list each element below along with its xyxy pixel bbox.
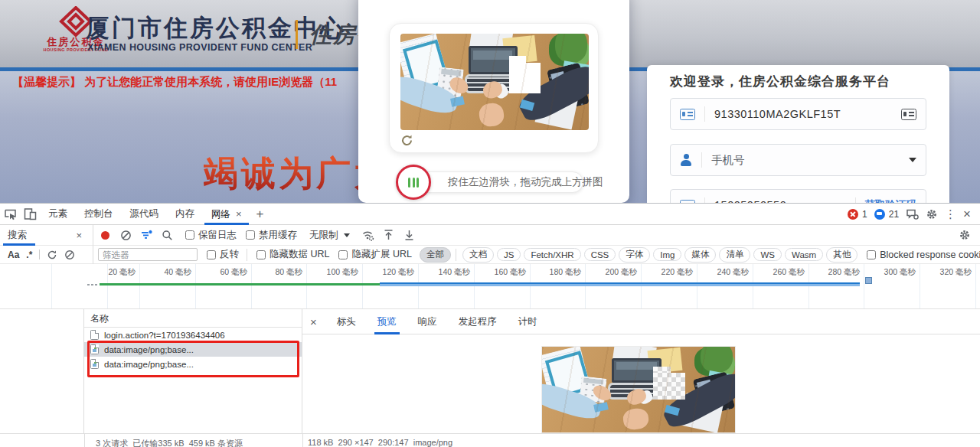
device-toolbar-icon[interactable] [20,205,40,224]
throttling-select[interactable]: 无限制 [309,229,350,242]
network-settings-gear-icon[interactable] [959,229,980,241]
account-type-select[interactable]: 手机号 [670,144,926,176]
inspect-element-icon[interactable] [0,205,20,224]
refresh-captcha-icon[interactable] [400,134,413,147]
search-network-icon[interactable] [158,226,176,244]
tab-initiator[interactable]: 发起程序 [448,309,508,334]
filter-input[interactable] [98,248,198,261]
site-title-en: XIAMEN HOUSING PROVIDENT FUND CENTER [87,42,312,53]
filter-pill-img[interactable]: Img [653,248,681,261]
clear-network-log-icon[interactable] [116,226,135,244]
filter-pill-xhr[interactable]: Fetch/XHR [524,248,580,261]
card-reader-icon[interactable] [901,109,916,120]
message-count-icon[interactable] [874,209,885,220]
clear-search-icon[interactable] [64,250,75,260]
tab-search[interactable]: 搜索 × [0,225,93,246]
checkbox-icon[interactable] [338,250,348,259]
hide-extension-urls-checkbox[interactable]: 隐藏扩展 URL [338,248,411,261]
match-case-button[interactable]: Aa [8,250,19,260]
checkbox-icon[interactable] [207,250,216,259]
filter-pill-font[interactable]: 字体 [619,247,650,263]
error-count-icon[interactable] [848,209,858,220]
import-har-icon[interactable] [400,226,419,244]
preview-pane: × 标头 预览 响应 发起程序 计时 [302,309,980,433]
network-timeline-overview[interactable]: 20 毫秒 40 毫秒 60 毫秒 80 毫秒 100 毫秒 120 毫秒 14… [0,264,980,309]
document-file-icon [90,330,99,340]
request-detail-tabs: × 标头 预览 响应 发起程序 计时 [302,309,980,334]
tab-sources[interactable]: 源代码 [122,204,168,225]
invert-checkbox[interactable]: 反转 [207,248,239,261]
filter-pill-ws[interactable]: WS [753,248,782,261]
captcha-slider-handle[interactable] [396,165,431,200]
filter-pill-media[interactable]: 媒体 [684,247,716,263]
timeline-grip[interactable] [87,284,98,285]
timeline-tick: 160 毫秒 [471,267,526,278]
devtools-status-bar: 3 次请求 已传输335 kB 459 kB 条资源 118 kB 290 ×1… [0,433,980,447]
regex-button[interactable]: .* [26,250,32,260]
close-devtools-icon[interactable]: × [963,208,971,220]
captcha-modal: × 按住左 [358,0,629,203]
tab-headers[interactable]: 标头 [326,309,367,334]
record-network-log-button[interactable] [96,226,114,244]
filter-pill-all[interactable]: 全部 [420,247,451,263]
captcha-slider-track[interactable]: 按住左边滑块，拖动完成上方拼图 [404,171,583,193]
request-list-header[interactable]: 名称 [84,309,302,328]
timeline-tick: 180 毫秒 [526,267,581,278]
red-highlight-annotation [87,341,299,377]
close-tab-icon[interactable]: × [236,208,242,220]
chevron-down-icon[interactable] [909,158,916,162]
checkbox-icon[interactable] [867,250,876,259]
timeline-tick: 240 毫秒 [694,267,749,278]
filter-pill-manifest[interactable]: 清单 [719,247,750,263]
tab-memory[interactable]: 内存 [167,204,203,225]
tab-preview[interactable]: 预览 [367,309,407,334]
filter-pill-doc[interactable]: 文档 [462,247,494,263]
checkbox-icon[interactable] [185,230,194,240]
tab-timing[interactable]: 计时 [508,309,548,334]
filter-icon[interactable] [137,226,155,244]
transparent-puzzle-region [653,373,685,400]
filter-pill-js[interactable]: JS [497,248,521,261]
tab-console[interactable]: 控制台 [76,204,122,225]
timeline-tick: 300 毫秒 [861,267,916,278]
tab-response[interactable]: 响应 [407,309,448,334]
timeline-tick: 100 毫秒 [303,267,358,278]
timeline-tick: 140 毫秒 [415,267,470,278]
search-results-pane [0,309,84,433]
login-title: 欢迎登录，住房公积金综合服务平台 [670,73,890,90]
captcha-image [400,34,589,130]
devtools-tabbar: 元素 控制台 源代码 内存 网络× + 1 21 ⋮ × [0,204,980,225]
more-options-icon[interactable]: ⋮ [945,207,956,221]
tab-elements[interactable]: 元素 [40,204,76,225]
uscc-field[interactable]: 91330110MA2GKLF15T [670,98,926,130]
account-type-value[interactable]: 手机号 [711,153,745,168]
filter-pill-wasm[interactable]: Wasm [785,248,823,261]
preview-image [542,347,735,432]
issues-icon[interactable] [906,208,919,220]
timeline-bar-green [100,283,380,285]
blocked-cookies-checkbox[interactable]: Blocked response cookies [867,250,980,260]
tab-network[interactable]: 网络× [203,204,250,225]
slider-hint: 按住左边滑块，拖动完成上方拼图 [405,175,603,189]
add-tab-icon[interactable]: + [250,207,270,222]
puzzle-cutout [509,63,541,93]
settings-gear-icon[interactable] [926,208,938,220]
timeline-tick: 120 毫秒 [359,267,414,278]
request-list: 名称 login.action?t=1701936434406 data:ima… [84,309,302,433]
message-count[interactable]: 21 [889,209,899,220]
network-conditions-icon[interactable] [359,226,377,244]
close-detail-icon[interactable]: × [302,315,326,328]
checkbox-icon[interactable] [246,230,255,240]
checkbox-icon[interactable] [256,250,266,259]
hide-data-urls-checkbox[interactable]: 隐藏数据 URL [256,248,329,261]
refresh-search-icon[interactable] [47,250,57,260]
preserve-log-checkbox[interactable]: 保留日志 [185,229,237,242]
disable-cache-checkbox[interactable]: 禁用缓存 [246,229,297,242]
filter-pill-other[interactable]: 其他 [826,247,858,263]
filter-pill-css[interactable]: CSS [584,248,616,261]
uscc-value[interactable]: 91330110MA2GKLF15T [714,108,841,120]
timeline-tick: 320 毫秒 [916,267,972,278]
close-search-icon[interactable]: × [76,230,82,241]
error-count[interactable]: 1 [862,209,867,220]
export-har-icon[interactable] [380,226,398,244]
